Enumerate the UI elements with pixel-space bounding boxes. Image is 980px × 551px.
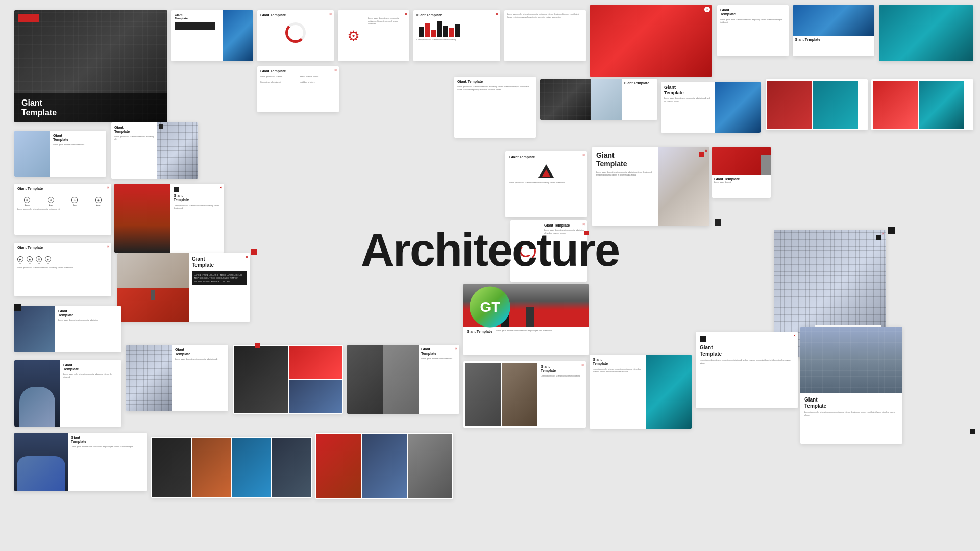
slide-card-29[interactable]: GiantTemplate Lorem ipsum dolor sit amet…: [14, 306, 121, 352]
card-6-text: Lorem ipsum dolor sit amet consectetur a…: [507, 13, 583, 19]
slide-card-15[interactable]: Giant Template: [540, 79, 657, 120]
card-8-text: Lorem ipsum dolor sit amet consectetur a…: [720, 19, 786, 24]
card-36-text: Lorem ipsum dolor sit amet consectetur a…: [700, 359, 794, 365]
x-mark-5: ×: [496, 12, 498, 16]
card-25-title: Giant Template: [17, 246, 108, 250]
card-38-text: Lorem ipsum dolor sit amet consectetur a…: [71, 446, 144, 449]
slide-card-35[interactable]: GiantTemplate Lorem ipsum dolor sit amet…: [590, 355, 692, 429]
slide-card-26[interactable]: × GiantTemplate LOREM IPSUM DOLOR SIT AM…: [117, 253, 250, 322]
x-mark-24: ×: [881, 231, 884, 236]
card-34-text: Lorem ipsum dolor sit amet consectetur a…: [541, 375, 582, 378]
slide-card-hero[interactable]: GiantTemplate: [14, 10, 167, 122]
slide-card-39[interactable]: [151, 437, 312, 498]
slide-card-30[interactable]: GiantTemplate Lorem ipsum dolor sit amet…: [14, 360, 121, 427]
x-mark-26: ×: [246, 255, 248, 259]
slide-card-10[interactable]: [879, 5, 973, 61]
slide-card-21[interactable]: × Giant Template Lorem ipsum dolor sit a…: [505, 151, 587, 217]
card-19-title: Giant Template: [17, 187, 108, 191]
slide-card-2[interactable]: × GiantTemplate: [172, 10, 253, 61]
slide-card-9[interactable]: Giant Template: [793, 5, 874, 56]
x-mark-4: ×: [405, 12, 407, 16]
main-title: Architecture: [361, 224, 619, 277]
x-mark-22: ×: [705, 148, 707, 153]
card-21-text: Lorem ipsum dolor sit amet consectetur a…: [509, 182, 583, 185]
card-19-text: Lorem ipsum dolor sit amet consectetur a…: [17, 208, 108, 211]
card-22-title: GiantTemplate: [596, 151, 654, 168]
slide-card-20[interactable]: × GiantTemplate Lorem ipsum dolor sit am…: [114, 184, 224, 253]
deco-square-4: [715, 219, 721, 226]
card-12-text: Lorem ipsum dolor sit amet consectetur a…: [114, 136, 154, 141]
deco-square-8: [255, 343, 260, 348]
card-30-text: Lorem ipsum dolor sit amet consectetur a…: [63, 373, 118, 379]
card-33-title: GiantTemplate: [421, 347, 457, 356]
card-12-title: GiantTemplate: [114, 126, 154, 134]
deco-square-1: [159, 124, 163, 129]
card-13-title: Giant Template: [260, 69, 336, 73]
card-34-title: GiantTemplate: [541, 365, 582, 373]
deco-square-6: [970, 429, 975, 434]
slide-card-8[interactable]: GiantTemplate Lorem ipsum dolor sit amet…: [717, 5, 789, 56]
slide-card-32[interactable]: [233, 345, 343, 414]
icon-4: ◈: [95, 197, 102, 203]
card-16-text: Lorem ipsum dolor sit amet consectetur a…: [664, 97, 712, 103]
card-8-title: GiantTemplate: [720, 8, 786, 17]
card-14-title: Giant Template: [457, 80, 533, 84]
icon-8: ◈: [45, 256, 51, 262]
card-5-text: Lorem ipsum dolor sit amet consectetur a…: [416, 39, 497, 42]
icon-1: ⊕: [24, 197, 30, 203]
x-mark-20: ×: [219, 185, 222, 190]
icon-7: ⊞: [36, 256, 42, 262]
slide-card-22[interactable]: × GiantTemplate Lorem ipsum dolor sit am…: [592, 147, 709, 226]
x-mark-13: ×: [334, 68, 337, 72]
slide-card-7[interactable]: ×: [590, 5, 712, 77]
card-35-title: GiantTemplate: [593, 358, 643, 366]
slide-card-5[interactable]: × Giant Template Lorem ipsum dolor sit a…: [413, 10, 500, 61]
slide-card-23[interactable]: Giant Template Lorem ipsum dolor sit: [712, 147, 771, 198]
slide-card-11[interactable]: GiantTemplate Lorem ipsum dolor sit amet…: [14, 131, 106, 177]
card-13-text2: Consectetur adipiscing elit: [260, 81, 297, 84]
center-section: Architecture GT: [361, 224, 619, 328]
slide-card-6[interactable]: Lorem ipsum dolor sit amet consectetur a…: [504, 10, 586, 61]
card-31-text: Lorem ipsum dolor sit amet consectetur a…: [175, 358, 225, 361]
slide-card-14[interactable]: Giant Template Lorem ipsum dolor sit ame…: [454, 77, 536, 138]
x-mark-21: ×: [582, 153, 585, 157]
card-22-text: Lorem ipsum dolor sit amet consectetur a…: [596, 171, 654, 177]
icon-2: A: [48, 197, 54, 203]
card-33-text: Lorem ipsum dolor sit amet consectetur: [421, 358, 457, 361]
slide-card-18[interactable]: [871, 79, 973, 130]
slide-card-16[interactable]: GiantTemplate Lorem ipsum dolor sit amet…: [661, 82, 761, 133]
slide-card-40[interactable]: [315, 433, 453, 499]
slide-card-36[interactable]: × GiantTemplate Lorem ipsum dolor sit am…: [696, 332, 798, 408]
card-13-text3: Sed do eiusmod tempor: [300, 76, 336, 79]
icon-5: ▶: [17, 256, 23, 262]
card-13-text1: Lorem ipsum dolor sit amet: [260, 76, 297, 79]
slide-card-4[interactable]: × ⚙ Lorem ipsum dolor sit amet consectet…: [338, 10, 409, 61]
slide-card-38[interactable]: GiantTemplate Lorem ipsum dolor sit amet…: [14, 433, 147, 491]
x-mark-34: ×: [581, 363, 584, 367]
card-5-title: Giant Template: [416, 13, 497, 17]
slide-card-13[interactable]: × Giant Template Lorem ipsum dolor sit a…: [257, 66, 339, 112]
x-mark-19: ×: [107, 185, 109, 190]
slide-card-33[interactable]: × GiantTemplate Lorem ipsum dolor sit am…: [347, 345, 459, 414]
x-mark-7: ×: [704, 7, 710, 12]
card-23-title: Giant Template: [714, 177, 769, 181]
slide-card-37[interactable]: GiantTemplate Lorem ipsum dolor sit amet…: [800, 327, 902, 444]
card-29-text: Lorem ipsum dolor sit amet consectetur a…: [58, 319, 118, 322]
slide-card-34[interactable]: × GiantTemplate Lorem ipsum dolor sit am…: [463, 361, 586, 428]
slide-card-12[interactable]: GiantTemplate Lorem ipsum dolor sit amet…: [111, 122, 198, 179]
card-1-title: GiantTemplate: [21, 98, 160, 117]
icon-3: ⌂: [71, 197, 78, 203]
slide-card-3[interactable]: × Giant Template: [257, 10, 334, 61]
card-29-title: GiantTemplate: [58, 309, 118, 318]
slide-card-31[interactable]: GiantTemplate Lorem ipsum dolor sit amet…: [126, 345, 228, 411]
card-30-title: GiantTemplate: [63, 363, 118, 372]
card-3-title: Giant Template: [260, 13, 331, 17]
x-mark-3: ×: [329, 12, 332, 16]
slide-card-19[interactable]: × Giant Template ⊕ Lorem A Ipsum ⌂ Dolor…: [14, 184, 111, 235]
card-20-text: Lorem ipsum dolor sit amet consectetur a…: [174, 205, 221, 210]
slide-card-17[interactable]: [766, 79, 868, 130]
card-2-title: GiantTemplate: [175, 13, 219, 20]
card-4-text: Lorem ipsum dolor sit amet consectetur a…: [368, 17, 405, 26]
x-mark-25: ×: [107, 244, 109, 249]
slide-card-25[interactable]: × Giant Template ▶ 01 ◉ 02 ⊞ 03 ◈ 04 Lor…: [14, 243, 111, 296]
